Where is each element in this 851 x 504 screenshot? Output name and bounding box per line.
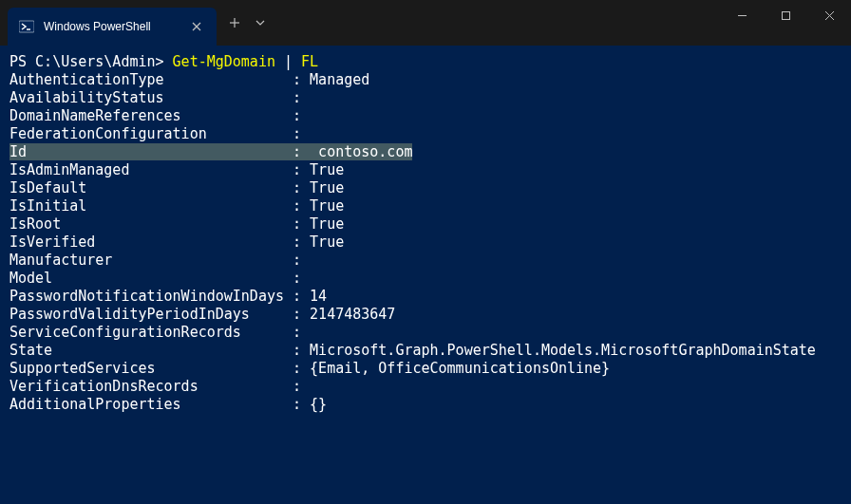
titlebar-left: Windows PowerShell [0, 0, 272, 46]
terminal-window: Windows PowerShell [0, 0, 851, 504]
property-row: IsDefault : True [9, 179, 842, 197]
command-fl: FL [301, 53, 318, 70]
prompt-line: PS C:\Users\Admin> Get-MgDomain | FL [9, 53, 842, 71]
titlebar: Windows PowerShell [0, 0, 851, 46]
property-row: IsRoot : True [9, 215, 842, 233]
property-row: IsVerified : True [9, 233, 842, 252]
property-row: State : Microsoft.Graph.PowerShell.Model… [9, 342, 842, 360]
property-row: Manufacturer : [9, 252, 842, 270]
tab-title: Windows PowerShell [44, 20, 179, 33]
minimize-button[interactable] [720, 0, 764, 30]
property-row: IsInitial : True [9, 197, 842, 215]
property-row: SupportedServices : {Email, OfficeCommun… [9, 360, 842, 378]
property-row: Model : [9, 270, 842, 288]
property-row: AuthenticationType : Managed [9, 71, 842, 89]
terminal-output[interactable]: PS C:\Users\Admin> Get-MgDomain | FLAuth… [0, 46, 851, 504]
window-controls [720, 0, 851, 46]
new-tab-button[interactable] [220, 9, 249, 37]
property-row: PasswordNotificationWindowInDays : 14 [9, 288, 842, 306]
active-tab[interactable]: Windows PowerShell [8, 8, 217, 46]
property-row: ServiceConfigurationRecords : [9, 324, 842, 342]
tab-dropdown-button[interactable] [249, 9, 272, 37]
prompt-path: PS C:\Users\Admin> [9, 53, 173, 70]
close-window-button[interactable] [807, 0, 851, 30]
maximize-button[interactable] [764, 0, 807, 30]
property-row: Id : contoso.com [9, 143, 842, 161]
property-row: FederationConfiguration : [9, 125, 842, 143]
property-row: VerificationDnsRecords : [9, 378, 842, 396]
close-tab-button[interactable] [188, 18, 205, 35]
property-row: AdditionalProperties : {} [9, 396, 842, 414]
svg-rect-8 [782, 11, 789, 19]
property-row: PasswordValidityPeriodInDays : 214748364… [9, 306, 842, 324]
property-row: IsAdminManaged : True [9, 161, 842, 179]
powershell-icon [19, 19, 34, 34]
property-row: AvailabilityStatus : [9, 89, 842, 107]
command-get-mgdomain: Get-MgDomain [173, 53, 275, 70]
property-row: DomainNameReferences : [9, 107, 842, 125]
